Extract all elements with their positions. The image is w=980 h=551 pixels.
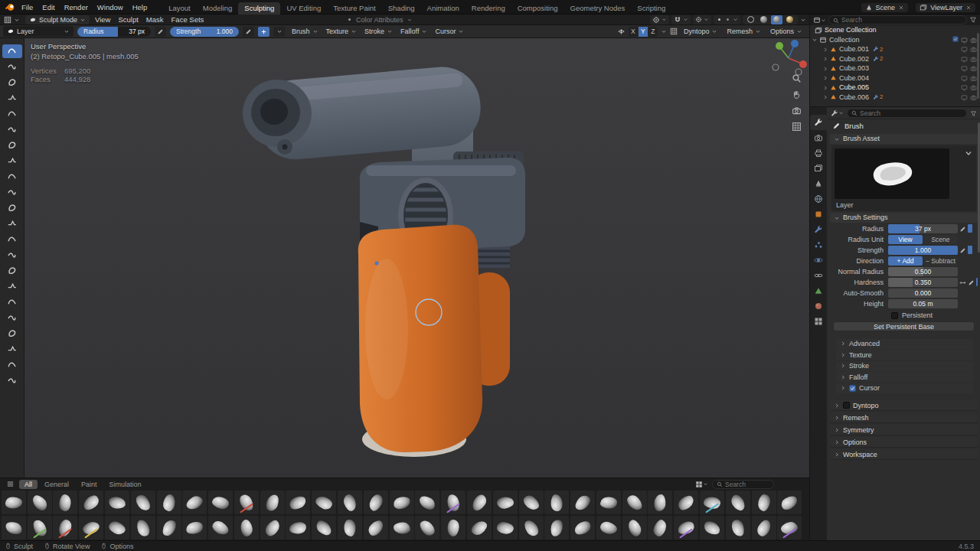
brush-asset-thumbnail[interactable]: [415, 516, 439, 540]
shading-solid-button[interactable]: [758, 15, 769, 24]
sculpt-tool-fill[interactable]: [2, 217, 22, 230]
properties-tab-scene[interactable]: [810, 176, 827, 191]
panel-dropdown-brush[interactable]: Brush: [289, 28, 322, 35]
brush-asset-thumbnail[interactable]: [726, 516, 750, 540]
radius-slider[interactable]: 37 px: [888, 224, 958, 233]
workspace-tab-layout[interactable]: Layout: [162, 2, 197, 15]
pressure-toggle[interactable]: [968, 246, 972, 254]
outliner-row-cube-002[interactable]: Cube.0022: [810, 54, 980, 64]
set-persistent-base-button[interactable]: Set Persistent Base: [833, 321, 975, 331]
properties-tab-output[interactable]: [810, 145, 827, 161]
strength-pressure-button[interactable]: [243, 27, 254, 37]
scene-selector[interactable]: Scene: [861, 3, 909, 12]
brush-asset-thumbnail[interactable]: [338, 516, 362, 540]
brush-asset-thumbnail[interactable]: [674, 491, 698, 514]
render-visibility-toggle[interactable]: [970, 64, 977, 72]
brush-asset-thumbnail[interactable]: [648, 516, 672, 540]
brush-asset-thumbnail[interactable]: [2, 516, 26, 540]
viewlayer-selector[interactable]: ViewLayer: [916, 3, 975, 12]
brush-asset-thumbnail[interactable]: [777, 516, 802, 540]
expand-icon[interactable]: [822, 83, 828, 91]
input-mapping-icon[interactable]: [959, 278, 966, 285]
sculpt-tool-crease[interactable]: [2, 170, 22, 184]
collection-viewport-toggle[interactable]: [961, 36, 968, 44]
brush-asset-thumbnail[interactable]: [674, 516, 698, 540]
expand-icon[interactable]: [822, 55, 828, 63]
section-symmetry[interactable]: Symmetry: [830, 425, 978, 435]
brush-asset-dropdown[interactable]: [964, 148, 973, 158]
expand-icon[interactable]: [822, 93, 828, 101]
overlays-toggle[interactable]: [714, 15, 740, 24]
direction-option-add[interactable]: +Add: [888, 256, 923, 266]
workspace-tab-rendering[interactable]: Rendering: [466, 2, 511, 15]
sculpt-tool-mask[interactable]: [2, 373, 22, 387]
gizmo-toggle[interactable]: [693, 15, 711, 24]
shelf-tab-simulation[interactable]: Simulation: [104, 480, 147, 489]
properties-search[interactable]: [847, 109, 967, 118]
brush-asset-thumbnail[interactable]: [105, 516, 129, 540]
menu-edit[interactable]: Edit: [38, 3, 59, 11]
viewport-hand-button[interactable]: [792, 90, 802, 99]
filter-icon[interactable]: [969, 16, 977, 24]
radius-pressure-button[interactable]: [155, 27, 166, 37]
render-visibility-toggle[interactable]: [970, 55, 977, 63]
brush-asset-thumbnail[interactable]: [28, 516, 52, 540]
viewport-zoom-button[interactable]: [792, 73, 802, 83]
viewport-camera-button[interactable]: [792, 106, 802, 116]
sculpt-tool-pinch[interactable]: [2, 264, 22, 278]
shading-material-button[interactable]: [771, 15, 782, 24]
workspace-tab-compositing[interactable]: Compositing: [511, 2, 564, 15]
workspace-tab-sculpting[interactable]: Sculpting: [238, 2, 280, 15]
editor-type-dropdown[interactable]: [0, 16, 24, 24]
scene-collection-row[interactable]: Scene Collection: [810, 25, 980, 35]
section-advanced[interactable]: Advanced: [836, 339, 973, 349]
brush-asset-thumbnail[interactable]: [53, 491, 77, 514]
outliner-row-cube-005[interactable]: Cube.005: [810, 83, 980, 93]
panel-dropdown-cursor[interactable]: Cursor: [432, 28, 467, 35]
brush-asset-thumbnail[interactable]: [157, 516, 181, 540]
workspace-tab-shading[interactable]: Shading: [382, 2, 421, 15]
brush-asset-thumbnail[interactable]: [364, 516, 388, 540]
shading-wireframe-button[interactable]: [745, 15, 756, 24]
brush-asset-thumbnail[interactable]: [415, 491, 439, 514]
sculpt-tool-flatten[interactable]: [2, 201, 22, 215]
pressure-icon[interactable]: [959, 224, 966, 232]
brush-asset-thumbnail[interactable]: [286, 516, 310, 540]
workspace-tab-scripting[interactable]: Scripting: [631, 2, 671, 15]
brush-asset-thumbnail[interactable]: [752, 516, 776, 540]
brush-asset-thumbnail[interactable]: [596, 491, 621, 514]
height-field[interactable]: 0.05 m: [888, 299, 958, 308]
shelf-tab-paint[interactable]: Paint: [76, 480, 103, 489]
sculpt-tool-draw-sharp[interactable]: [2, 60, 22, 73]
normal-radius-slider[interactable]: 0.500: [888, 267, 958, 276]
brush-asset-thumbnail[interactable]: [286, 491, 310, 514]
brush-asset-thumbnail[interactable]: [234, 491, 259, 514]
brush-asset-thumbnail[interactable]: [234, 516, 259, 540]
brush-asset-thumbnail[interactable]: [544, 491, 569, 514]
brush-asset-thumbnail[interactable]: [79, 491, 103, 514]
section-remesh[interactable]: Remesh: [830, 412, 978, 423]
render-visibility-toggle[interactable]: [970, 93, 977, 101]
brush-asset-thumbnail[interactable]: [390, 516, 414, 540]
brush-asset-thumbnail[interactable]: [726, 491, 750, 514]
brush-asset-thumbnail[interactable]: [131, 491, 155, 514]
viewport-visibility-toggle[interactable]: [961, 74, 968, 82]
pressure-icon[interactable]: [968, 278, 975, 285]
menu-render[interactable]: Render: [60, 3, 93, 11]
brush-asset-thumbnail[interactable]: [441, 516, 466, 540]
outliner-row-cube-003[interactable]: Cube.003: [810, 64, 980, 73]
viewport-menu-sculpt[interactable]: Sculpt: [114, 15, 142, 24]
outliner-row-cube-001[interactable]: Cube.0012: [810, 44, 980, 54]
brush-asset-thumbnail[interactable]: [312, 491, 336, 514]
sculpt-tool-smooth[interactable]: [2, 185, 22, 199]
mode-dropdown[interactable]: Sculpt Mode: [25, 15, 90, 24]
section-options[interactable]: Options: [830, 437, 978, 448]
workspace-tab-uv-editing[interactable]: UV Editing: [280, 2, 327, 15]
properties-tab-data[interactable]: [810, 283, 827, 298]
sculpt-tool-multiplane-scrape[interactable]: [2, 248, 22, 262]
brush-asset-thumbnail[interactable]: [467, 491, 492, 514]
brush-asset-thumbnail[interactable]: [260, 516, 285, 540]
3d-viewport[interactable]: User Perspective (2) Retopo_Cube.005 | m…: [24, 38, 809, 478]
sculpt-tool-nudge[interactable]: [2, 358, 22, 372]
workspace-tab-texture-paint[interactable]: Texture Paint: [327, 2, 381, 15]
